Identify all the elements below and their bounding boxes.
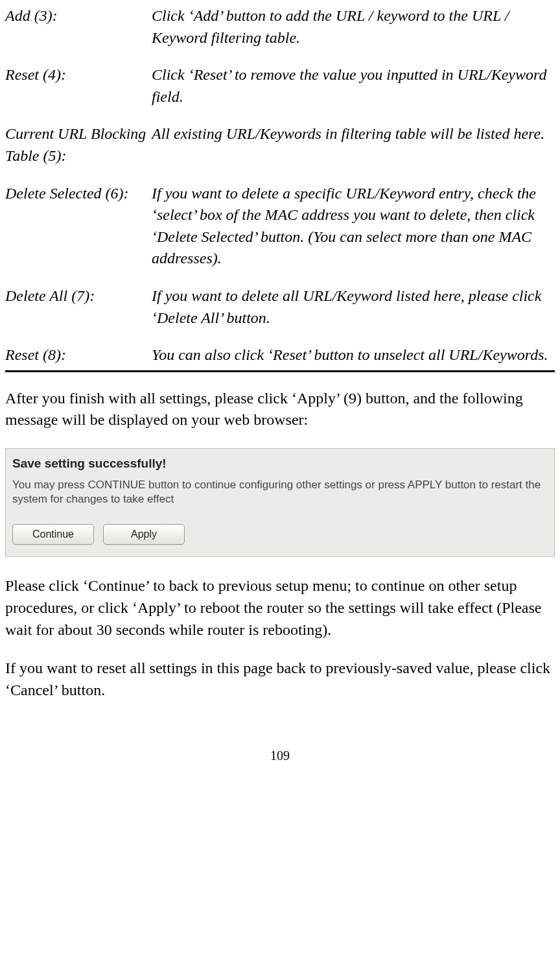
definition-term: Reset (4): <box>5 64 152 108</box>
definition-description: Click ‘Reset’ to remove the value you in… <box>152 64 555 108</box>
dialog-message: You may press CONTINUE button to continu… <box>12 478 553 508</box>
definition-description: You can also click ‘Reset’ button to uns… <box>152 344 555 366</box>
apply-button[interactable]: Apply <box>103 524 185 545</box>
definition-term: Delete All (7): <box>5 285 152 329</box>
dialog-button-row: Continue Apply <box>12 524 553 545</box>
definition-row: Reset (8): You can also click ‘Reset’ bu… <box>5 344 555 366</box>
definition-term: Current URL Blocking Table (5): <box>5 123 152 167</box>
definition-description: If you want to delete all URL/Keyword li… <box>152 285 555 329</box>
definition-row: Delete Selected (6): If you want to dele… <box>5 183 555 270</box>
definition-description: If you want to delete a specific URL/Key… <box>152 183 555 270</box>
definition-row: Current URL Blocking Table (5): All exis… <box>5 123 555 167</box>
definition-term: Reset (8): <box>5 344 152 366</box>
definitions-table: Add (3): Click ‘Add’ button to add the U… <box>5 5 555 372</box>
dialog-title: Save setting successfully! <box>12 455 553 473</box>
definition-row: Add (3): Click ‘Add’ button to add the U… <box>5 5 555 49</box>
continue-button[interactable]: Continue <box>12 524 94 545</box>
body-paragraph-continue: Please click ‘Continue’ to back to previ… <box>5 575 555 641</box>
definition-row: Reset (4): Click ‘Reset’ to remove the v… <box>5 64 555 108</box>
definition-description: Click ‘Add’ button to add the URL / keyw… <box>152 5 555 49</box>
definition-description: All existing URL/Keywords in filtering t… <box>152 123 555 167</box>
definition-term: Add (3): <box>5 5 152 49</box>
body-paragraph-apply: After you finish with all settings, plea… <box>5 388 555 431</box>
definition-term: Delete Selected (6): <box>5 183 152 270</box>
save-success-dialog: Save setting successfully! You may press… <box>5 448 555 557</box>
page-number: 109 <box>5 746 555 765</box>
body-paragraph-cancel: If you want to reset all settings in thi… <box>5 658 555 701</box>
definition-row: Delete All (7): If you want to delete al… <box>5 285 555 329</box>
